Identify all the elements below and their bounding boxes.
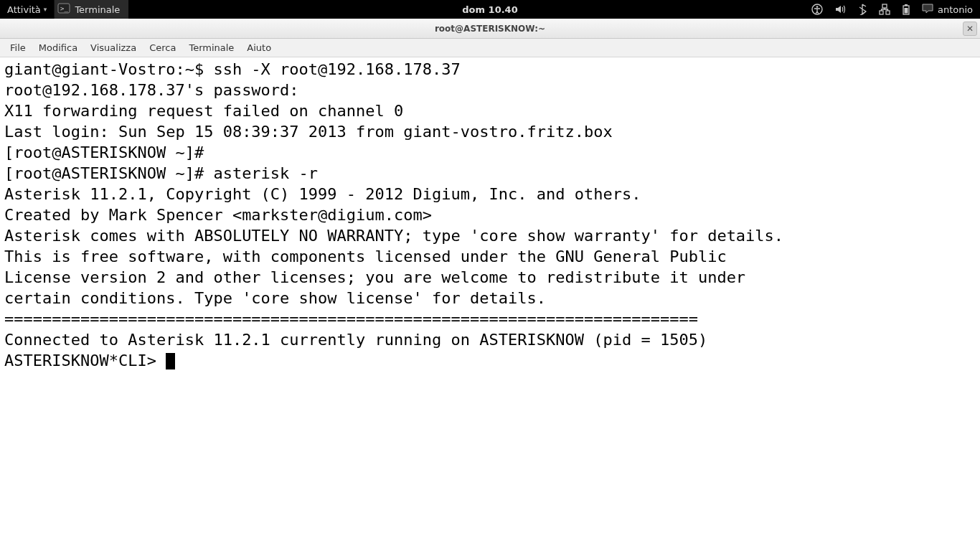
svg-point-3 xyxy=(816,6,819,8)
topbar-right: antonio xyxy=(811,0,980,19)
terminal-viewport[interactable]: giant@giant-Vostro:~$ ssh -X root@192.16… xyxy=(0,57,980,551)
terminal-prompt: ASTERISKNOW*CLI> xyxy=(4,352,166,369)
bluetooth-icon[interactable] xyxy=(857,4,867,15)
menu-terminal[interactable]: Terminale xyxy=(183,40,240,55)
activities-label: Attività xyxy=(7,4,41,15)
active-app-label: Terminale xyxy=(75,4,120,15)
battery-icon[interactable] xyxy=(902,4,910,15)
active-app-button[interactable]: >_ Terminale xyxy=(54,0,128,19)
close-button[interactable]: ✕ xyxy=(963,22,977,36)
svg-rect-8 xyxy=(905,4,908,6)
window-titlebar[interactable]: root@ASTERISKNOW:~ ✕ xyxy=(0,19,980,39)
svg-rect-5 xyxy=(880,11,883,14)
terminal-cursor xyxy=(166,353,175,369)
gnome-topbar: Attività ▾ >_ Terminale dom 10.40 xyxy=(0,0,980,19)
user-menu[interactable]: antonio xyxy=(922,4,973,16)
user-name: antonio xyxy=(938,4,973,15)
menu-edit[interactable]: Modifica xyxy=(33,40,83,55)
menu-search[interactable]: Cerca xyxy=(143,40,182,55)
clock-text: dom 10.40 xyxy=(462,4,517,15)
topbar-left: Attività ▾ >_ Terminale xyxy=(0,0,128,19)
svg-text:>_: >_ xyxy=(60,5,68,12)
clock[interactable]: dom 10.40 xyxy=(462,4,517,15)
svg-rect-9 xyxy=(904,8,908,14)
activities-button[interactable]: Attività ▾ xyxy=(0,0,54,19)
accessibility-icon[interactable] xyxy=(811,4,823,15)
window-title: root@ASTERISKNOW:~ xyxy=(435,24,545,34)
menu-view[interactable]: Visualizza xyxy=(85,40,142,55)
menubar: File Modifica Visualizza Cerca Terminale… xyxy=(0,39,980,57)
user-available-icon xyxy=(922,4,933,16)
menu-file[interactable]: File xyxy=(4,40,32,55)
network-wired-icon[interactable] xyxy=(879,4,890,15)
chevron-down-icon: ▾ xyxy=(44,6,47,13)
terminal-app-icon: >_ xyxy=(57,2,75,17)
close-icon: ✕ xyxy=(966,24,974,34)
menu-help[interactable]: Aiuto xyxy=(241,40,277,55)
terminal-window: root@ASTERISKNOW:~ ✕ File Modifica Visua… xyxy=(0,19,980,551)
svg-rect-6 xyxy=(886,11,890,14)
svg-rect-4 xyxy=(882,4,887,8)
volume-icon[interactable] xyxy=(834,4,846,15)
